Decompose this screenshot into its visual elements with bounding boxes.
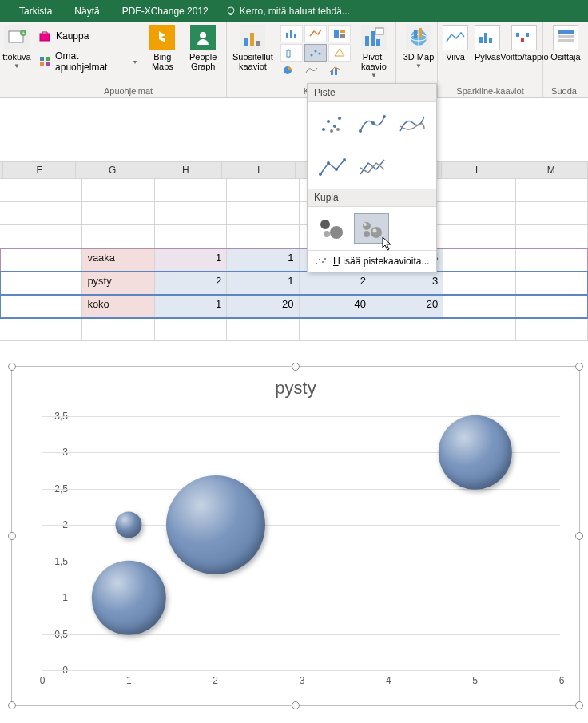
svg-point-58: [335, 168, 338, 171]
svg-point-25: [318, 53, 320, 55]
sparkline-winloss-button[interactable]: Voitto/tappio: [507, 25, 542, 62]
svg-point-50: [338, 117, 341, 120]
col-header-f[interactable]: F: [3, 162, 77, 178]
store-button[interactable]: Kauppa: [35, 28, 140, 44]
svg-rect-30: [365, 36, 369, 46]
chart-type-combo[interactable]: [328, 65, 351, 82]
col-header-i[interactable]: I: [222, 162, 296, 178]
pivot-chart-icon: [361, 25, 387, 50]
sparkline-column-icon: [475, 25, 500, 50]
tab-nayta[interactable]: Näytä: [63, 6, 110, 17]
svg-point-57: [327, 161, 330, 165]
col-header-l[interactable]: L: [442, 162, 515, 178]
bubble-flat-option[interactable]: [314, 213, 349, 244]
people-graph-button[interactable]: People Graph: [185, 25, 221, 71]
table-row[interactable]: koko 1 20 40 20: [0, 295, 588, 318]
pivot-chart-button[interactable]: Pivot-kaavio ▼: [357, 25, 391, 80]
svg-point-10: [200, 32, 206, 38]
spreadsheet-grid[interactable]: F G H I J K L M vaaka 1 1 5 pysty 2 1 2 …: [0, 98, 588, 341]
screenshot-button[interactable]: + ttökuva ▼: [5, 25, 29, 70]
bubble-point[interactable]: [92, 561, 165, 634]
y-axis: 00,511,522,533,5: [42, 416, 73, 673]
svg-rect-42: [521, 38, 524, 42]
table-row[interactable]: vaaka 1 1 5: [0, 248, 588, 272]
svg-point-62: [324, 231, 330, 237]
svg-point-71: [324, 258, 326, 260]
3d-map-button[interactable]: 3D Map ▼: [401, 25, 436, 70]
scatter-smooth-option[interactable]: [394, 109, 429, 139]
chevron-down-icon: ▾: [133, 58, 137, 66]
sparkline-line-button[interactable]: Viiva: [443, 25, 468, 62]
svg-rect-12: [250, 33, 254, 46]
chart-type-hier[interactable]: [328, 25, 351, 42]
svg-rect-20: [287, 50, 290, 57]
tab-tarkista[interactable]: Tarkista: [8, 6, 63, 17]
bubble-point[interactable]: [166, 475, 265, 574]
col-header-h[interactable]: H: [149, 162, 223, 178]
bubble-point[interactable]: [116, 512, 142, 538]
svg-point-61: [330, 226, 343, 239]
table-row[interactable]: pysty 2 1 2 3: [0, 272, 588, 295]
svg-rect-9: [46, 62, 50, 66]
more-scatter-charts-option[interactable]: LLisää pistekaavioita...: [308, 250, 436, 272]
svg-rect-40: [489, 38, 492, 43]
screenshot-icon: +: [4, 25, 30, 50]
svg-rect-19: [340, 34, 345, 38]
scatter-smooth-lines-option[interactable]: [354, 109, 389, 139]
svg-rect-8: [40, 62, 44, 66]
slicer-icon: [553, 25, 578, 50]
svg-text:+: +: [22, 30, 26, 37]
people-graph-icon: [190, 25, 216, 50]
svg-point-68: [316, 263, 317, 264]
row-label[interactable]: pysty: [82, 272, 154, 294]
chevron-down-icon: ▼: [14, 63, 20, 70]
title-bar: Tarkista Näytä PDF-XChange 2012 Kerro, m…: [0, 0, 588, 22]
svg-rect-32: [376, 39, 380, 46]
chart-type-line[interactable]: [304, 25, 327, 42]
svg-rect-7: [46, 57, 50, 61]
sparkline-winloss-icon: [511, 25, 537, 50]
bing-maps-button[interactable]: Bing Maps: [146, 25, 178, 71]
chart-type-stat[interactable]: [280, 44, 303, 62]
svg-point-65: [371, 227, 382, 238]
scatter-markers-option[interactable]: [314, 109, 349, 139]
bubble-chart[interactable]: pysty 00,511,522,533,5 0123456: [11, 366, 580, 706]
chart-type-surface[interactable]: [304, 65, 327, 82]
sparkline-column-button[interactable]: Pylväs: [475, 25, 500, 62]
my-addins-button[interactable]: Omat apuohjelmat ▾: [35, 49, 140, 74]
lightbulb-icon: [226, 6, 236, 16]
svg-point-49: [333, 125, 336, 128]
svg-point-47: [322, 128, 325, 131]
scatter-lines-option[interactable]: [354, 152, 389, 182]
bubble-point[interactable]: [438, 415, 511, 489]
row-label[interactable]: koko: [82, 295, 154, 317]
dropdown-section-scatter: Piste: [308, 84, 436, 102]
col-header-g[interactable]: G: [76, 162, 149, 178]
svg-point-69: [319, 259, 320, 260]
scatter-lines-markers-option[interactable]: [314, 152, 349, 182]
chart-type-radar[interactable]: [328, 44, 351, 62]
chart-type-scatter[interactable]: [304, 44, 327, 62]
chart-plot-area[interactable]: 00,511,522,533,5 0123456: [42, 416, 560, 673]
svg-rect-37: [419, 28, 422, 38]
svg-rect-16: [294, 34, 296, 38]
bubble-3d-option[interactable]: [354, 213, 389, 244]
chart-type-pie[interactable]: [280, 65, 303, 82]
addins-icon: [38, 55, 50, 68]
sparkline-line-icon: [443, 25, 468, 50]
svg-rect-18: [340, 30, 345, 33]
svg-rect-6: [40, 57, 44, 61]
slicer-button[interactable]: Osittaja: [548, 25, 583, 62]
tell-me-search[interactable]: Kerro, mitä haluat tehdä...: [226, 6, 350, 17]
chart-type-column[interactable]: [280, 25, 303, 42]
col-header-m[interactable]: M: [514, 162, 588, 178]
recommended-charts-button[interactable]: Suositellut kaaviot: [232, 25, 274, 71]
svg-point-51: [330, 129, 333, 133]
svg-point-23: [310, 54, 312, 57]
tab-pdfxchange[interactable]: PDF-XChange 2012: [111, 6, 220, 17]
store-icon: [38, 30, 51, 42]
row-label[interactable]: vaaka: [82, 248, 154, 271]
globe-icon: [406, 25, 431, 50]
chart-title[interactable]: pysty: [12, 378, 579, 399]
ribbon: + ttökuva ▼ Kauppa Omat apuohjelmat ▾: [0, 22, 588, 98]
